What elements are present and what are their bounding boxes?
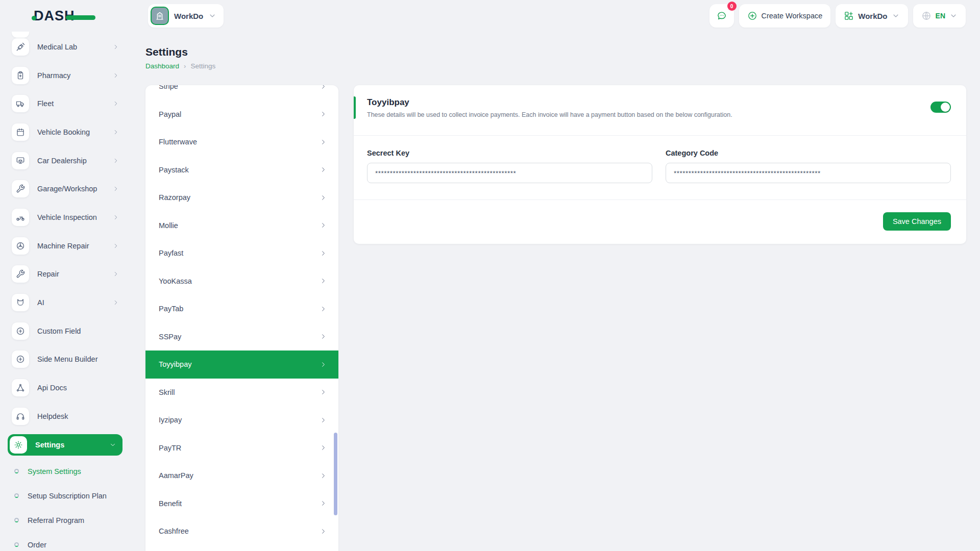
secret-key-input[interactable]	[367, 163, 652, 183]
gateway-row-aamarpay[interactable]: AamarPay	[145, 462, 338, 490]
sidebar-subitem-label: Setup Subscription Plan	[28, 492, 107, 500]
globe-icon	[921, 11, 932, 21]
gateway-label: Skrill	[159, 388, 320, 396]
chevron-right-icon	[320, 166, 327, 173]
chevron-right-icon	[320, 388, 327, 396]
sidebar-item-side-menu-builder[interactable]: Side Menu Builder	[0, 345, 129, 374]
gateway-row-stripe[interactable]: Stripe	[145, 85, 338, 101]
gateway-row-toyyibpay[interactable]: Toyyibpay	[145, 350, 338, 379]
gateway-row-flutterwave[interactable]: Flutterwave	[145, 128, 338, 156]
truck-icon	[12, 95, 29, 112]
panel-description: These details will be used to collect in…	[367, 111, 951, 118]
sidebar-subitem-setup-subscription-plan[interactable]: Setup Subscription Plan	[0, 484, 129, 508]
sidebar-item-pharmacy[interactable]: Pharmacy	[0, 61, 129, 90]
plus-circle-icon	[12, 350, 29, 368]
field-label: Secrect Key	[367, 149, 652, 157]
gateway-label: Razorpay	[159, 193, 320, 202]
top-bar: DASH WorkDo 0 Create Workspace WorkDo EN	[0, 0, 980, 32]
gateway-row-benefit[interactable]: Benefit	[145, 490, 338, 518]
chevron-right-icon	[320, 249, 327, 257]
gateway-row-mollie[interactable]: Mollie	[145, 212, 338, 240]
sidebar-item-vehicle-booking[interactable]: Vehicle Booking	[0, 118, 129, 146]
gateway-row-payfast[interactable]: Payfast	[145, 239, 338, 267]
create-workspace-label: Create Workspace	[762, 12, 823, 20]
gateway-row-iyzipay[interactable]: Iyzipay	[145, 406, 338, 434]
sidebar-item-settings[interactable]: Settings	[8, 434, 122, 456]
chevron-right-icon	[112, 270, 119, 278]
chevron-right-icon	[320, 85, 327, 90]
gateway-row-paytr[interactable]: PayTR	[145, 434, 338, 462]
sidebar-subitem-label: System Settings	[28, 467, 81, 475]
workspace-menu-button[interactable]: WorkDo	[836, 4, 908, 28]
breadcrumb-separator-icon: ›	[184, 62, 186, 70]
sidebar-subitem-referral-program[interactable]: Referral Program	[0, 508, 129, 533]
toggle-knob	[941, 103, 950, 112]
gateway-row-sspay[interactable]: SSPay	[145, 323, 338, 351]
language-button[interactable]: EN	[913, 4, 966, 28]
chevron-right-icon	[320, 194, 327, 202]
save-changes-button[interactable]: Save Changes	[883, 212, 951, 231]
bullet-icon	[14, 518, 19, 522]
chevron-right-icon	[320, 221, 327, 229]
fields-grid: Secrect Key Category Code	[354, 136, 966, 199]
gateway-label: Toyyibpay	[159, 360, 320, 368]
gateway-row-paypal[interactable]: Paypal	[145, 101, 338, 129]
sidebar-item-custom-field[interactable]: Custom Field	[0, 317, 129, 345]
breadcrumb-dashboard-link[interactable]: Dashboard	[145, 62, 179, 70]
sidebar-item-ai[interactable]: AI	[0, 288, 129, 317]
chevron-down-icon	[892, 12, 900, 20]
workspace-switcher[interactable]: WorkDo	[148, 4, 224, 28]
chevron-right-icon	[112, 129, 119, 136]
workspace-menu-label: WorkDo	[858, 12, 887, 20]
wrench-icon	[12, 180, 29, 197]
category-code-input[interactable]	[666, 163, 951, 183]
sidebar-item-helpdesk[interactable]: Helpdesk	[0, 402, 129, 431]
sidebar-item-label: Fleet	[37, 99, 112, 108]
gateway-row-yookassa[interactable]: YooKassa	[145, 267, 338, 295]
gateway-label: Mollie	[159, 221, 320, 230]
gateway-row-cashfree[interactable]: Cashfree	[145, 517, 338, 545]
sidebar-item-api-docs[interactable]: Api Docs	[0, 373, 129, 402]
messages-button[interactable]: 0	[709, 4, 734, 28]
sidebar-item-machine-repair[interactable]: Machine Repair	[0, 232, 129, 260]
chevron-right-icon	[320, 361, 327, 368]
sidebar-subitem-order[interactable]: Order	[0, 533, 129, 551]
gateway-row-paystack[interactable]: Paystack	[145, 156, 338, 184]
logo-dot	[32, 16, 36, 20]
gateway-label: PayTab	[159, 305, 320, 313]
language-code: EN	[936, 12, 945, 20]
gateway-label: Flutterwave	[159, 138, 320, 146]
ai-fox-icon	[12, 294, 29, 311]
toyyibpay-enabled-toggle[interactable]	[930, 102, 951, 113]
sidebar-subitem-system-settings[interactable]: System Settings	[0, 459, 129, 484]
chat-icon	[716, 10, 727, 21]
sidebar-item-repair[interactable]: Repair	[0, 260, 129, 289]
page-title: Settings	[145, 46, 966, 58]
messages-badge: 0	[727, 2, 737, 11]
field-secret-key: Secrect Key	[367, 149, 652, 183]
sidebar-item-fleet[interactable]: Fleet	[0, 89, 129, 118]
sidebar-item-medical-lab[interactable]: Medical Lab	[0, 33, 129, 61]
chevron-right-icon	[320, 499, 327, 507]
chevron-right-icon	[320, 305, 327, 313]
gateway-row-razorpay[interactable]: Razorpay	[145, 184, 338, 212]
field-category-code: Category Code	[666, 149, 951, 183]
sidebar-item-vehicle-inspection[interactable]: Vehicle Inspection	[0, 203, 129, 232]
sidebar-subitem-label: Referral Program	[28, 516, 84, 524]
gateway-label: PayTR	[159, 444, 320, 452]
sidebar-item-garage-workshop[interactable]: Garage/Workshop	[0, 174, 129, 203]
chevron-right-icon	[112, 185, 119, 192]
sidebar-item-label: Pharmacy	[37, 71, 112, 80]
plus-circle-icon	[747, 11, 757, 21]
chevron-right-icon	[320, 138, 327, 146]
scrollbar-thumb[interactable]	[334, 433, 337, 515]
create-workspace-button[interactable]: Create Workspace	[739, 4, 831, 28]
sidebar: Medical LabPharmacyFleetVehicle BookingC…	[0, 32, 129, 551]
gateway-row-skrill[interactable]: Skrill	[145, 379, 338, 407]
chevron-right-icon	[320, 277, 327, 285]
chevron-right-icon	[320, 333, 327, 340]
gateway-row-paytab[interactable]: PayTab	[145, 295, 338, 323]
workspace-avatar	[151, 7, 169, 25]
chevron-right-icon	[320, 416, 327, 424]
sidebar-item-car-dealership[interactable]: Car Dealership	[0, 146, 129, 175]
